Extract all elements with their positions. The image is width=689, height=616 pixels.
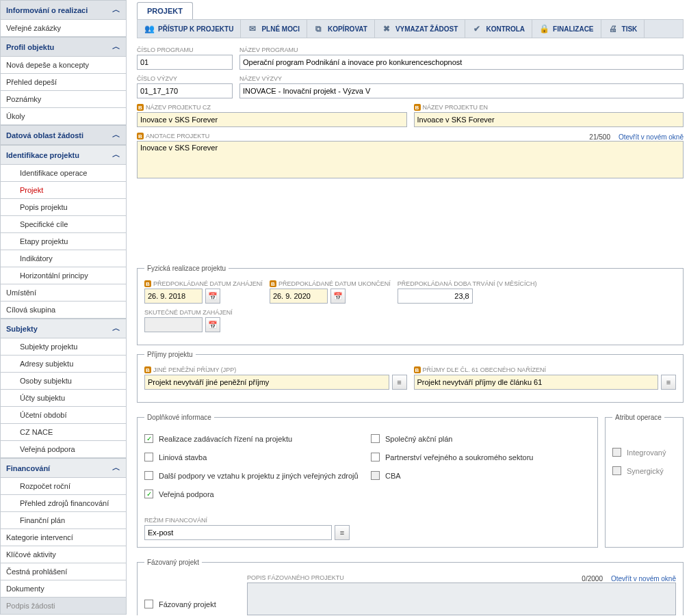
fyzicka-realizace-legend: Fyzická realizace projektu <box>144 265 229 272</box>
sidebar-kategorie-intervenci[interactable]: Kategorie intervencí <box>0 529 127 546</box>
sidebar: Informování o realizaci︿ Veřejné zakázky… <box>0 0 127 616</box>
cislo-programu-input[interactable] <box>137 55 233 70</box>
sidebar-financovani[interactable]: Financování︿ <box>0 458 127 478</box>
copy-icon: ⧉ <box>314 24 324 34</box>
finalizace-button[interactable]: 🔒FINALIZACE <box>532 20 601 38</box>
sidebar-informovani[interactable]: Informování o realizaci︿ <box>0 0 127 20</box>
pristup-button[interactable]: 👥PŘÍSTUP K PROJEKTU <box>138 20 241 38</box>
sidebar-etapy-projektu[interactable]: Etapy projektu <box>0 233 127 250</box>
nazev-projektu-cz-input[interactable] <box>137 112 407 127</box>
sidebar-adresy-subjektu[interactable]: Adresy subjektu <box>0 356 127 373</box>
dalsi-podpory-checkbox[interactable] <box>144 471 153 480</box>
chevron-up-icon: ︿ <box>112 462 120 474</box>
atribut-operace-legend: Atribut operace <box>612 414 664 421</box>
liniova-stavba-checkbox[interactable] <box>144 453 153 461</box>
main-panel: PROJEKT 👥PŘÍSTUP K PROJEKTU ✉PLNÉ MOCI ⧉… <box>127 0 689 616</box>
label-doba-trvani: PŘEDPOKLÁDANÁ DOBA TRVÁNÍ (V MĚSÍCÍCH) <box>398 280 537 287</box>
nazev-projektu-en-input[interactable] <box>414 112 684 127</box>
prijmy-projektu-legend: Příjmy projektu <box>144 351 196 358</box>
sidebar-ukoly[interactable]: Úkoly <box>0 108 127 125</box>
kopirovat-button[interactable]: ⧉KOPÍROVAT <box>307 20 375 38</box>
label-nazev-programu: NÁZEV PROGRAMU <box>239 46 684 53</box>
liniova-stavba-label: Liniová stavba <box>159 453 207 461</box>
label-prijmy-61: PŘÍJMY DLE ČL. 61 OBECNÉHO NAŘÍZENÍ <box>414 366 677 373</box>
sidebar-specificke-cile[interactable]: Specifické cíle <box>0 216 127 233</box>
popis-fazovaneho-textarea[interactable] <box>247 582 676 615</box>
sidebar-umisteni[interactable]: Umístění <box>0 284 127 302</box>
sidebar-horizontalni-principy[interactable]: Horizontální principy <box>0 267 127 284</box>
nazev-programu-input[interactable] <box>239 55 684 70</box>
tab-projekt[interactable]: PROJEKT <box>137 2 193 19</box>
list-icon[interactable]: ≡ <box>335 525 350 540</box>
sidebar-indikatory[interactable]: Indikátory <box>0 250 127 267</box>
sidebar-profil[interactable]: Profil objektu︿ <box>0 37 127 57</box>
calendar-icon[interactable]: 📅 <box>205 317 220 332</box>
anotace-projektu-textarea[interactable]: Inovace v SKS Forever <box>137 141 684 178</box>
sidebar-verejne-zakazky[interactable]: Veřejné zakázky <box>0 20 127 37</box>
sidebar-ucty-subjektu[interactable]: Účty subjektu <box>0 390 127 407</box>
nazev-vyzvy-input[interactable] <box>239 83 684 98</box>
spolecny-akcni-checkbox[interactable] <box>371 434 380 443</box>
cislo-vyzvy-input[interactable] <box>137 83 233 98</box>
sidebar-cz-nace[interactable]: CZ NACE <box>0 424 127 441</box>
sidebar-identifikace-operace[interactable]: Identifikace operace <box>0 165 127 182</box>
tab-bar: PROJEKT <box>137 0 684 19</box>
sidebar-cilova-skupina[interactable]: Cílová skupina <box>0 302 127 319</box>
sidebar-identifikace-projektu[interactable]: Identifikace projektu︿ <box>0 145 127 165</box>
synergicky-label: Synergický <box>627 467 664 475</box>
fazovany-counter: 0/2000 <box>582 575 603 582</box>
sidebar-projekt[interactable]: Projekt <box>0 182 127 199</box>
otevrit-anotace-link[interactable]: Otevřít v novém okně <box>619 133 684 141</box>
label-popis-fazovaneho: POPIS FÁZOVANÉHO PROJEKTU <box>247 574 344 581</box>
prijmy-61-input[interactable] <box>414 375 659 390</box>
lock-icon: 🔒 <box>539 24 549 34</box>
kontrola-button[interactable]: ✔KONTROLA <box>465 20 532 38</box>
sidebar-poznamky[interactable]: Poznámky <box>0 91 127 108</box>
list-icon[interactable]: ≡ <box>392 375 407 390</box>
sidebar-prehled-depesi[interactable]: Přehled depeší <box>0 74 127 91</box>
sidebar-verejna-podpora[interactable]: Veřejná podpora <box>0 441 127 458</box>
chevron-up-icon: ︿ <box>112 129 120 141</box>
sidebar-prehled-zdroju[interactable]: Přehled zdrojů financování <box>0 495 127 512</box>
calendar-icon[interactable]: 📅 <box>205 289 220 304</box>
fyzicka-realizace-fieldset: Fyzická realizace projektu PŘEDPOKLÁDANÉ… <box>137 265 684 345</box>
fazovany-label: Fázovaný projekt <box>159 600 216 608</box>
jpp-input[interactable] <box>144 375 389 390</box>
plne-moci-button[interactable]: ✉PLNÉ MOCI <box>241 20 307 38</box>
chevron-up-icon: ︿ <box>112 4 120 16</box>
sidebar-subjekty-projektu[interactable]: Subjekty projektu <box>0 338 127 356</box>
sidebar-osoby-subjektu[interactable]: Osoby subjektu <box>0 373 127 390</box>
sidebar-popis-projektu[interactable]: Popis projektu <box>0 199 127 216</box>
skutecne-datum-input[interactable] <box>144 317 203 332</box>
sidebar-cestna-prohlaseni[interactable]: Čestná prohlášení <box>0 563 127 580</box>
vymazat-button[interactable]: ✖VYMAZAT ŽÁDOST <box>375 20 465 38</box>
doba-trvani-input[interactable] <box>398 289 473 304</box>
sidebar-nova-depese[interactable]: Nová depeše a koncepty <box>0 57 127 74</box>
sidebar-dokumenty[interactable]: Dokumenty <box>0 580 127 598</box>
datum-zahajeni-input[interactable] <box>144 289 203 304</box>
sidebar-rozpocet-rocni[interactable]: Rozpočet roční <box>0 478 127 495</box>
sidebar-financni-plan[interactable]: Finanční plán <box>0 512 127 529</box>
fazovany-projekt-fieldset: Fázovaný projekt Fázovaný projekt POPIS … <box>137 559 684 615</box>
rezim-financovani-input[interactable] <box>144 525 332 540</box>
tisk-button[interactable]: 🖨TISK <box>601 20 645 38</box>
sidebar-subjekty[interactable]: Subjekty︿ <box>0 319 127 338</box>
label-rezim-financovani: REŽIM FINANCOVÁNÍ <box>144 517 350 524</box>
fazovany-checkbox[interactable] <box>144 600 153 608</box>
otevrit-fazovany-link[interactable]: Otevřít v novém okně <box>611 575 676 582</box>
verejna-podpora-checkbox[interactable]: ✓ <box>144 490 153 498</box>
sidebar-klicove-aktivity[interactable]: Klíčové aktivity <box>0 546 127 563</box>
spolecny-akcni-label: Společný akční plán <box>385 435 452 443</box>
list-icon[interactable]: ≡ <box>661 375 676 390</box>
anotace-counter: 21/500 <box>589 133 610 141</box>
chevron-up-icon: ︿ <box>112 149 120 161</box>
realizace-zadav-checkbox[interactable]: ✓ <box>144 434 153 443</box>
doplnkove-legend: Doplňkové informace <box>144 414 214 421</box>
calendar-icon[interactable]: 📅 <box>330 289 346 304</box>
partnerstvi-checkbox[interactable] <box>371 453 380 461</box>
sidebar-ucetni-obdobi[interactable]: Účetní období <box>0 407 127 424</box>
sidebar-datova-oblast[interactable]: Datová oblast žádosti︿ <box>0 125 127 145</box>
delete-icon: ✖ <box>382 24 391 34</box>
datum-ukonceni-input[interactable] <box>270 289 328 304</box>
chevron-up-icon: ︿ <box>112 41 120 53</box>
